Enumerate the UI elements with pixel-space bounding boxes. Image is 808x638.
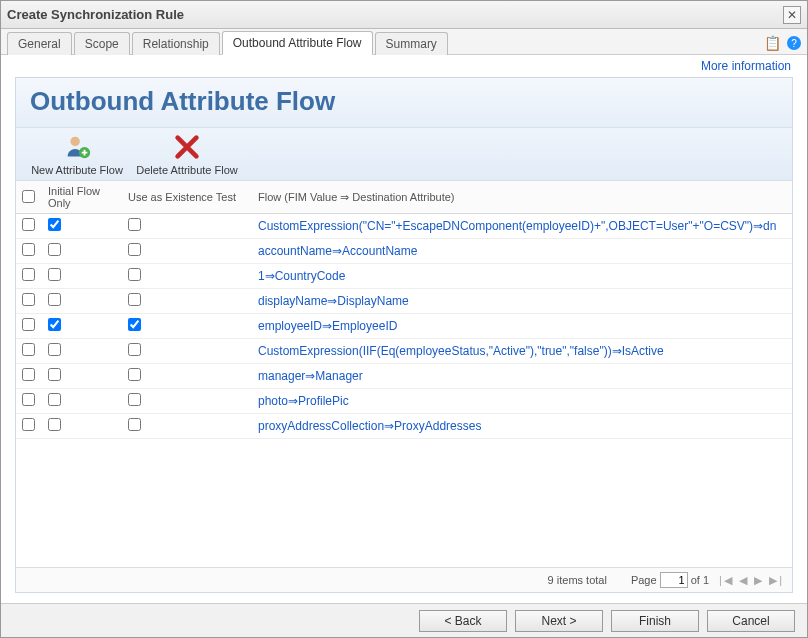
row-select-checkbox[interactable] xyxy=(22,393,35,406)
next-page-icon[interactable]: ▶ xyxy=(754,574,764,586)
row-select-checkbox[interactable] xyxy=(22,318,35,331)
use-as-existence-test-checkbox[interactable] xyxy=(128,318,141,331)
page-number-input[interactable] xyxy=(660,572,688,588)
close-button[interactable]: ✕ xyxy=(783,6,801,24)
col-select xyxy=(16,181,42,214)
titlebar: Create Synchronization Rule ✕ xyxy=(1,1,807,29)
action-label: New Attribute Flow xyxy=(31,164,123,176)
initial-flow-only-checkbox[interactable] xyxy=(48,343,61,356)
table-row[interactable]: CustomExpression(IIF(Eq(employeeStatus,"… xyxy=(16,339,792,364)
flow-link[interactable]: proxyAddressCollection⇒ProxyAddresses xyxy=(258,419,481,433)
new-attribute-flow-button[interactable]: New Attribute Flow xyxy=(22,132,132,176)
of-label: of 1 xyxy=(691,574,709,586)
use-as-existence-test-checkbox[interactable] xyxy=(128,368,141,381)
last-page-icon[interactable]: ▶| xyxy=(769,574,784,586)
action-bar: New Attribute Flow Delete Attribute Flow xyxy=(16,128,792,181)
table-row[interactable]: manager⇒Manager xyxy=(16,364,792,389)
totals-label: 9 items total xyxy=(548,574,607,586)
flow-link[interactable]: photo⇒ProfilePic xyxy=(258,394,349,408)
flow-link[interactable]: manager⇒Manager xyxy=(258,369,363,383)
finish-button[interactable]: Finish xyxy=(611,610,699,632)
pager-nav: |◀ ◀ ▶ ▶| xyxy=(719,574,784,587)
table-row[interactable]: employeeID⇒EmployeeID xyxy=(16,314,792,339)
attribute-flow-grid: Initial Flow Only Use as Existence Test … xyxy=(16,181,792,567)
attribute-flow-panel: Outbound Attribute Flow New Attribute Fl… xyxy=(15,77,793,593)
delete-x-icon xyxy=(172,132,202,162)
help-icon[interactable]: ? xyxy=(787,36,801,50)
user-add-icon xyxy=(62,132,92,162)
table-row[interactable]: accountName⇒AccountName xyxy=(16,239,792,264)
tab-label: Summary xyxy=(386,37,437,51)
tab-summary[interactable]: Summary xyxy=(375,32,448,55)
close-icon: ✕ xyxy=(787,8,797,22)
dialog-window: Create Synchronization Rule ✕ General Sc… xyxy=(0,0,808,638)
tab-label: Scope xyxy=(85,37,119,51)
table-row[interactable]: CustomExpression("CN="+EscapeDNComponent… xyxy=(16,214,792,239)
row-select-checkbox[interactable] xyxy=(22,293,35,306)
window-title: Create Synchronization Rule xyxy=(7,7,783,22)
more-info-link[interactable]: More information xyxy=(701,59,791,73)
col-flow[interactable]: Flow (FIM Value ⇒ Destination Attribute) xyxy=(252,181,792,214)
flow-link[interactable]: accountName⇒AccountName xyxy=(258,244,417,258)
clipboard-icon[interactable]: 📋 xyxy=(764,35,781,51)
svg-point-0 xyxy=(70,137,79,146)
use-as-existence-test-checkbox[interactable] xyxy=(128,343,141,356)
delete-attribute-flow-button[interactable]: Delete Attribute Flow xyxy=(132,132,242,176)
tabstrip: General Scope Relationship Outbound Attr… xyxy=(1,29,807,55)
initial-flow-only-checkbox[interactable] xyxy=(48,243,61,256)
pager: 9 items total Page of 1 |◀ ◀ ▶ ▶| xyxy=(16,567,792,592)
tab-label: Relationship xyxy=(143,37,209,51)
initial-flow-only-checkbox[interactable] xyxy=(48,368,61,381)
row-select-checkbox[interactable] xyxy=(22,343,35,356)
flow-link[interactable]: 1⇒CountryCode xyxy=(258,269,345,283)
initial-flow-only-checkbox[interactable] xyxy=(48,293,61,306)
row-select-checkbox[interactable] xyxy=(22,218,35,231)
row-select-checkbox[interactable] xyxy=(22,268,35,281)
table-row[interactable]: 1⇒CountryCode xyxy=(16,264,792,289)
initial-flow-only-checkbox[interactable] xyxy=(48,268,61,281)
initial-flow-only-checkbox[interactable] xyxy=(48,318,61,331)
first-page-icon[interactable]: |◀ xyxy=(719,574,734,586)
cancel-button[interactable]: Cancel xyxy=(707,610,795,632)
wizard-footer: < Back Next > Finish Cancel xyxy=(1,603,807,637)
use-as-existence-test-checkbox[interactable] xyxy=(128,393,141,406)
flow-link[interactable]: displayName⇒DisplayName xyxy=(258,294,409,308)
use-as-existence-test-checkbox[interactable] xyxy=(128,243,141,256)
tab-label: General xyxy=(18,37,61,51)
use-as-existence-test-checkbox[interactable] xyxy=(128,218,141,231)
back-button[interactable]: < Back xyxy=(419,610,507,632)
use-as-existence-test-checkbox[interactable] xyxy=(128,418,141,431)
tab-relationship[interactable]: Relationship xyxy=(132,32,220,55)
tab-label: Outbound Attribute Flow xyxy=(233,36,362,50)
tab-general[interactable]: General xyxy=(7,32,72,55)
table-row[interactable]: photo⇒ProfilePic xyxy=(16,389,792,414)
flow-link[interactable]: employeeID⇒EmployeeID xyxy=(258,319,397,333)
next-button[interactable]: Next > xyxy=(515,610,603,632)
initial-flow-only-checkbox[interactable] xyxy=(48,418,61,431)
tab-scope[interactable]: Scope xyxy=(74,32,130,55)
table-row[interactable]: proxyAddressCollection⇒ProxyAddresses xyxy=(16,414,792,439)
tab-outbound-attribute-flow[interactable]: Outbound Attribute Flow xyxy=(222,31,373,55)
panel-header: Outbound Attribute Flow xyxy=(16,78,792,128)
row-select-checkbox[interactable] xyxy=(22,418,35,431)
content-area: Outbound Attribute Flow New Attribute Fl… xyxy=(1,73,807,603)
initial-flow-only-checkbox[interactable] xyxy=(48,393,61,406)
initial-flow-only-checkbox[interactable] xyxy=(48,218,61,231)
row-select-checkbox[interactable] xyxy=(22,243,35,256)
col-initial-flow-only[interactable]: Initial Flow Only xyxy=(42,181,122,214)
page-label: Page xyxy=(631,574,657,586)
flow-link[interactable]: CustomExpression("CN="+EscapeDNComponent… xyxy=(258,219,776,233)
use-as-existence-test-checkbox[interactable] xyxy=(128,268,141,281)
action-label: Delete Attribute Flow xyxy=(136,164,238,176)
row-select-checkbox[interactable] xyxy=(22,368,35,381)
panel-title: Outbound Attribute Flow xyxy=(30,86,778,117)
use-as-existence-test-checkbox[interactable] xyxy=(128,293,141,306)
select-all-checkbox[interactable] xyxy=(22,190,35,203)
more-info-row: More information xyxy=(1,55,807,73)
prev-page-icon[interactable]: ◀ xyxy=(739,574,749,586)
col-use-as-existence-test[interactable]: Use as Existence Test xyxy=(122,181,252,214)
column-header-row: Initial Flow Only Use as Existence Test … xyxy=(16,181,792,214)
table-row[interactable]: displayName⇒DisplayName xyxy=(16,289,792,314)
flow-link[interactable]: CustomExpression(IIF(Eq(employeeStatus,"… xyxy=(258,344,664,358)
